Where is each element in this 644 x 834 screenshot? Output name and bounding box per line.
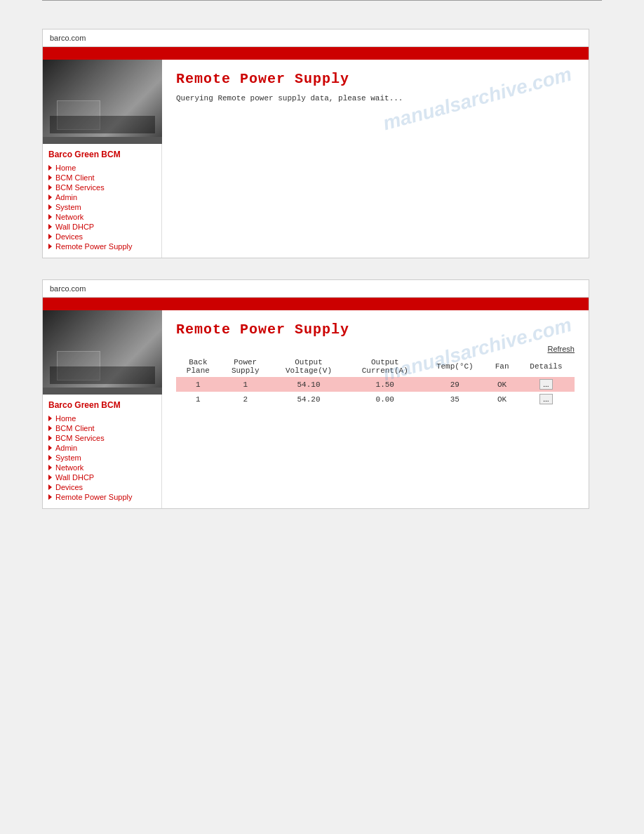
details-button-1[interactable]: ... [539, 394, 552, 404]
sidebar-item-0: Home [48, 164, 156, 172]
cell-1-3: 0.00 [347, 392, 423, 406]
arrow-icon [48, 465, 52, 470]
sidebar-nav: HomeBCM ClientBCM ServicesAdminSystemNet… [48, 164, 156, 251]
sidebar-item-2: BCM Services [48, 183, 156, 192]
sidebar-link-4[interactable]: System [48, 203, 156, 211]
sidebar-link-1[interactable]: BCM Client [48, 424, 156, 432]
col-header-4: Temp(°C) [423, 356, 486, 377]
sidebar-link-6[interactable]: Wall DHCP [48, 473, 156, 482]
sidebar-item-0: Home [48, 414, 156, 423]
cell-1-5: OK [486, 392, 517, 406]
refresh-link[interactable]: Refresh [176, 345, 575, 353]
sidebar-link-5[interactable]: Network [48, 463, 156, 472]
table-row: 1154.101.5029OK... [176, 377, 575, 392]
brand-bar: barco.com [43, 29, 589, 47]
cell-0-4: 29 [423, 377, 486, 392]
sidebar-item-3: Admin [48, 193, 156, 201]
arrow-icon [48, 234, 52, 239]
panel-0: barco.comBarco Green BCMHomeBCM ClientBC… [42, 29, 589, 258]
sidebar-link-4[interactable]: System [48, 454, 156, 462]
sidebar-item-4: System [48, 454, 156, 462]
sidebar-link-5[interactable]: Network [48, 213, 156, 221]
arrow-icon [48, 425, 52, 431]
panel-body: Barco Green BCMHomeBCM ClientBCM Service… [43, 310, 589, 508]
sidebar-link-7[interactable]: Devices [48, 232, 156, 241]
arrow-icon [48, 494, 52, 500]
arrow-icon [48, 175, 52, 180]
sidebar-item-1: BCM Client [48, 424, 156, 432]
sidebar-title: Barco Green BCM [48, 400, 156, 410]
arrow-icon [48, 185, 52, 190]
sidebar-link-6[interactable]: Wall DHCP [48, 223, 156, 231]
sidebar-item-5: Network [48, 463, 156, 472]
col-header-2: OutputVoltage(V) [271, 356, 347, 377]
sidebar-link-2[interactable]: BCM Services [48, 183, 156, 192]
main-title: Remote Power Supply [176, 322, 575, 338]
sidebar-item-1: BCM Client [48, 173, 156, 182]
cell-1-4: 35 [423, 392, 486, 406]
arrow-icon [48, 435, 52, 441]
col-header-5: Fan [486, 356, 517, 377]
arrow-icon [48, 204, 52, 210]
sidebar-link-3[interactable]: Admin [48, 193, 156, 201]
arrow-icon [48, 214, 52, 220]
sidebar-nav: HomeBCM ClientBCM ServicesAdminSystemNet… [48, 414, 156, 501]
panel-image [43, 60, 162, 144]
details-button-0[interactable]: ... [539, 379, 552, 390]
sidebar-item-7: Devices [48, 483, 156, 491]
sidebar: Barco Green BCMHomeBCM ClientBCM Service… [43, 395, 162, 508]
cell-0-1: 1 [220, 377, 271, 392]
sidebar-item-2: BCM Services [48, 434, 156, 442]
left-column: Barco Green BCMHomeBCM ClientBCM Service… [43, 60, 162, 258]
left-column: Barco Green BCMHomeBCM ClientBCM Service… [43, 310, 162, 508]
panel-1: barco.comBarco Green BCMHomeBCM ClientBC… [42, 279, 589, 509]
arrow-icon [48, 224, 52, 230]
sidebar-link-2[interactable]: BCM Services [48, 434, 156, 442]
sidebar-item-8: Remote Power Supply [48, 242, 156, 251]
col-header-3: OutputCurrent(A) [347, 356, 423, 377]
brand-bar: barco.com [43, 280, 589, 298]
arrow-icon [48, 445, 52, 451]
col-header-6: Details [518, 356, 575, 377]
sidebar-item-8: Remote Power Supply [48, 493, 156, 501]
main-title: Remote Power Supply [176, 71, 575, 87]
main-subtitle: Querying Remote power supply data, pleas… [176, 94, 575, 102]
sidebar-link-0[interactable]: Home [48, 414, 156, 423]
col-header-1: PowerSupply [220, 356, 271, 377]
sidebar-item-3: Admin [48, 444, 156, 452]
arrow-icon [48, 455, 52, 461]
arrow-icon [48, 244, 52, 249]
sidebar-item-7: Devices [48, 232, 156, 241]
panel-image-inner [43, 60, 162, 137]
main-content: Remote Power SupplyQuerying Remote power… [162, 60, 589, 258]
cell-0-3: 1.50 [347, 377, 423, 392]
cell-0-5: OK [486, 377, 517, 392]
arrow-icon [48, 484, 52, 490]
main-content: Remote Power SupplyRefreshBackPlanePower… [162, 310, 589, 508]
sidebar-link-7[interactable]: Devices [48, 483, 156, 491]
arrow-icon [48, 165, 52, 171]
sidebar-link-8[interactable]: Remote Power Supply [48, 493, 156, 501]
panel-image [43, 310, 162, 395]
cell-1-0: 1 [176, 392, 220, 406]
sidebar-link-0[interactable]: Home [48, 164, 156, 172]
sidebar-item-5: Network [48, 213, 156, 221]
arrow-icon [48, 475, 52, 480]
details-cell-0: ... [518, 377, 575, 392]
arrow-icon [48, 194, 52, 200]
panel-body: Barco Green BCMHomeBCM ClientBCM Service… [43, 60, 589, 258]
panel-image-inner [43, 310, 162, 388]
sidebar-link-1[interactable]: BCM Client [48, 173, 156, 182]
details-cell-1: ... [518, 392, 575, 406]
sidebar: Barco Green BCMHomeBCM ClientBCM Service… [43, 144, 162, 258]
sidebar-link-3[interactable]: Admin [48, 444, 156, 452]
sidebar-link-8[interactable]: Remote Power Supply [48, 242, 156, 251]
cell-0-2: 54.10 [271, 377, 347, 392]
cell-0-0: 1 [176, 377, 220, 392]
sidebar-item-6: Wall DHCP [48, 473, 156, 482]
sidebar-item-6: Wall DHCP [48, 223, 156, 231]
sidebar-title: Barco Green BCM [48, 150, 156, 159]
cell-1-2: 54.20 [271, 392, 347, 406]
power-table: BackPlanePowerSupplyOutputVoltage(V)Outp… [176, 356, 575, 406]
arrow-icon [48, 416, 52, 421]
